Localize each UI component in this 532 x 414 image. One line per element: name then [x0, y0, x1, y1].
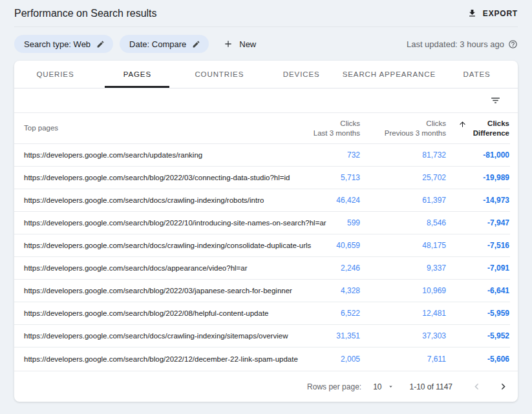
- clicks-previous-cell: 81,732: [360, 150, 446, 160]
- chevron-right-icon[interactable]: [497, 380, 509, 393]
- clicks-difference-cell: -5,959: [446, 309, 509, 318]
- search-type-chip[interactable]: Search type: Web: [14, 35, 113, 53]
- tab-dates[interactable]: DATES: [436, 61, 518, 88]
- help-icon[interactable]: [508, 39, 518, 49]
- clicks-last-cell: 2,246: [276, 264, 360, 273]
- table-row[interactable]: https://developers.google.com/search/blo…: [14, 280, 510, 302]
- pencil-icon: [96, 40, 105, 48]
- clicks-difference-cell: -14,973: [446, 196, 509, 205]
- clicks-difference-cell: -7,947: [446, 218, 509, 227]
- performance-table-card: QUERIES PAGES COUNTRIES DEVICES SEARCH A…: [14, 61, 518, 402]
- tab-label: SEARCH APPEARANCE: [343, 70, 436, 78]
- tab-pages[interactable]: PAGES: [96, 61, 178, 88]
- export-button[interactable]: EXPORT: [467, 8, 518, 18]
- clicks-last-cell: 5,713: [276, 173, 360, 182]
- clicks-difference-cell: -19,989: [446, 173, 509, 182]
- clicks-previous-cell: 9,337: [360, 264, 446, 273]
- last-updated-label: Last updated: 3 hours ago: [407, 39, 504, 49]
- table-row[interactable]: https://developers.google.com/search/blo…: [14, 347, 510, 370]
- data-table: Top pages Clicks Last 3 months Clicks Pr…: [14, 113, 510, 371]
- clicks-previous-cell: 48,175: [360, 241, 446, 250]
- table-row[interactable]: https://developers.google.com/search/upd…: [14, 144, 510, 167]
- table-row[interactable]: https://developers.google.com/search/doc…: [14, 189, 510, 212]
- page-title: Performance on Search results: [14, 8, 157, 19]
- export-label: EXPORT: [483, 9, 518, 18]
- arrow-upward-icon: [458, 120, 467, 129]
- rows-per-page-value[interactable]: 10: [373, 382, 381, 391]
- filter-list-icon[interactable]: [490, 95, 501, 106]
- page-url-cell[interactable]: https://developers.google.com/search/doc…: [24, 264, 276, 272]
- column-header-clicks-difference[interactable]: Clicks Difference: [446, 119, 509, 138]
- clicks-last-cell: 599: [276, 218, 360, 227]
- last-updated: Last updated: 3 hours ago: [407, 39, 518, 49]
- table-filter-row: [14, 88, 518, 113]
- clicks-difference-cell: -7,516: [446, 241, 509, 250]
- tab-queries[interactable]: QUERIES: [14, 61, 96, 88]
- date-compare-chip-label: Date: Compare: [129, 39, 186, 49]
- clicks-last-cell: 40,659: [276, 241, 360, 250]
- filter-bar: Search type: Web Date: Compare New Last …: [0, 27, 532, 61]
- table-row[interactable]: https://developers.google.com/search/doc…: [14, 325, 510, 347]
- column-header-clicks-previous[interactable]: Clicks Previous 3 months: [360, 119, 446, 138]
- table-row[interactable]: https://developers.google.com/search/blo…: [14, 212, 510, 234]
- download-icon: [467, 8, 477, 18]
- page-url-cell[interactable]: https://developers.google.com/search/blo…: [24, 219, 276, 227]
- clicks-difference-cell: -81,000: [446, 150, 509, 160]
- tab-countries[interactable]: COUNTRIES: [178, 61, 261, 88]
- rows-per-page-label: Rows per page:: [307, 382, 361, 391]
- tab-label: COUNTRIES: [195, 70, 244, 78]
- table-row[interactable]: https://developers.google.com/search/doc…: [14, 257, 510, 280]
- tab-label: DATES: [463, 70, 491, 78]
- table-body: https://developers.google.com/search/upd…: [14, 144, 510, 370]
- caret-down-icon[interactable]: [387, 383, 394, 390]
- clicks-previous-cell: 61,397: [360, 196, 446, 205]
- date-compare-chip[interactable]: Date: Compare: [120, 35, 209, 53]
- search-type-chip-label: Search type: Web: [24, 39, 90, 49]
- dimension-tabs: QUERIES PAGES COUNTRIES DEVICES SEARCH A…: [14, 61, 518, 88]
- chevron-left-icon[interactable]: [471, 380, 483, 393]
- new-filter-label: New: [239, 39, 256, 49]
- pencil-icon: [192, 40, 200, 48]
- tab-label: DEVICES: [283, 70, 320, 78]
- table-row[interactable]: https://developers.google.com/search/blo…: [14, 302, 510, 325]
- clicks-last-cell: 6,522: [276, 309, 360, 318]
- page-url-cell[interactable]: https://developers.google.com/search/blo…: [24, 355, 276, 363]
- clicks-previous-cell: 12,481: [360, 309, 446, 318]
- clicks-last-cell: 2,005: [276, 355, 360, 364]
- page-url-cell[interactable]: https://developers.google.com/search/doc…: [24, 332, 276, 340]
- table-pagination: Rows per page: 10 1-10 of 1147: [14, 371, 518, 402]
- tab-label: PAGES: [123, 70, 151, 78]
- clicks-last-cell: 31,351: [276, 331, 360, 340]
- page-url-cell[interactable]: https://developers.google.com/search/upd…: [24, 151, 276, 159]
- page-url-cell[interactable]: https://developers.google.com/search/doc…: [24, 196, 276, 204]
- table-row[interactable]: https://developers.google.com/search/doc…: [14, 234, 510, 257]
- clicks-difference-cell: -7,091: [446, 264, 509, 273]
- table-header-row: Top pages Clicks Last 3 months Clicks Pr…: [14, 113, 510, 144]
- clicks-last-cell: 732: [276, 150, 360, 160]
- tab-devices[interactable]: DEVICES: [261, 61, 343, 88]
- page-url-cell[interactable]: https://developers.google.com/search/blo…: [24, 174, 276, 181]
- column-header-clicks-last[interactable]: Clicks Last 3 months: [276, 119, 360, 138]
- tab-label: QUERIES: [36, 70, 74, 78]
- new-filter-button[interactable]: New: [223, 39, 256, 49]
- table-row[interactable]: https://developers.google.com/search/blo…: [14, 167, 510, 189]
- page-url-cell[interactable]: https://developers.google.com/search/blo…: [24, 309, 276, 317]
- clicks-previous-cell: 7,611: [360, 355, 446, 364]
- column-header-top-pages[interactable]: Top pages: [24, 123, 276, 133]
- top-bar: Performance on Search results EXPORT: [14, 0, 518, 27]
- plus-icon: [223, 39, 233, 49]
- clicks-previous-cell: 8,546: [360, 218, 446, 227]
- page-url-cell[interactable]: https://developers.google.com/search/blo…: [24, 287, 276, 295]
- clicks-last-cell: 46,424: [276, 196, 360, 205]
- clicks-difference-cell: -5,952: [446, 331, 509, 340]
- pagination-range-label: 1-10 of 1147: [410, 382, 453, 391]
- clicks-difference-cell: -5,606: [446, 355, 509, 364]
- clicks-difference-cell: -6,641: [446, 286, 509, 295]
- clicks-previous-cell: 10,969: [360, 286, 446, 295]
- tab-search-appearance[interactable]: SEARCH APPEARANCE: [343, 61, 436, 88]
- clicks-last-cell: 4,328: [276, 286, 360, 295]
- clicks-previous-cell: 37,303: [360, 331, 446, 340]
- page-url-cell[interactable]: https://developers.google.com/search/doc…: [24, 242, 276, 249]
- clicks-previous-cell: 25,702: [360, 173, 446, 182]
